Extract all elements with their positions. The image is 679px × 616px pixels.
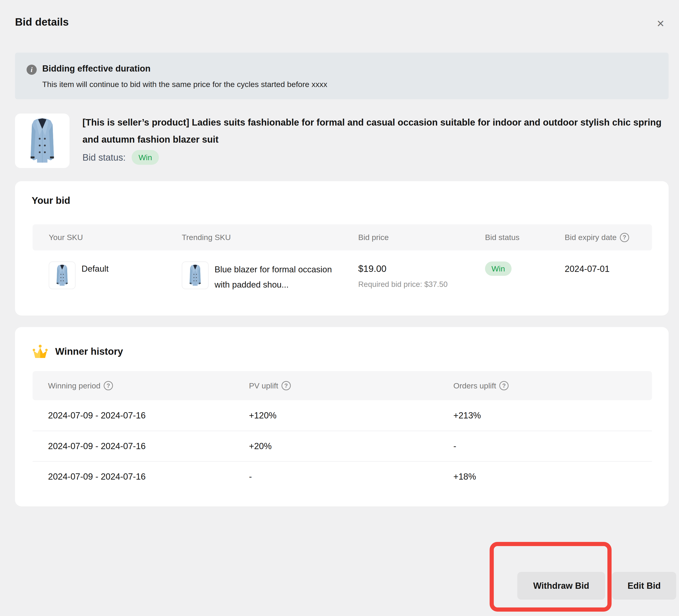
blazer-thumbnail-image	[53, 264, 71, 287]
banner-description: This item will continue to bid with the …	[42, 80, 327, 89]
your-bid-table-header: Your SKU Trending SKU Bid price Bid stat…	[33, 224, 652, 250]
winning-period-value: 2024-07-09 - 2024-07-16	[48, 472, 249, 482]
blazer-image	[23, 117, 62, 165]
crown-icon	[32, 344, 49, 359]
product-image	[15, 113, 69, 168]
blazer-thumbnail-image	[186, 264, 204, 287]
close-icon: ✕	[656, 18, 665, 29]
help-icon[interactable]: ?	[282, 381, 291, 390]
orders-uplift-value: +18%	[453, 472, 652, 482]
bid-status-badge: Win	[132, 150, 159, 165]
winning-period-value: 2024-07-09 - 2024-07-16	[48, 411, 249, 420]
bid-price-value: $19.00	[358, 262, 485, 276]
column-label: Trending SKU	[182, 233, 231, 242]
help-icon[interactable]: ?	[499, 381, 509, 390]
close-button[interactable]: ✕	[652, 15, 669, 32]
column-label: Bid price	[358, 233, 389, 242]
product-bid-status-row: Bid status: Win	[83, 149, 159, 166]
required-bid-price: Required bid price: $37.50	[358, 280, 485, 289]
winner-history-card: Winner history Winning period ? PV uplif…	[15, 327, 669, 506]
orders-uplift-value: -	[453, 441, 652, 451]
help-icon[interactable]: ?	[620, 233, 629, 242]
winner-history-heading-row: Winner history	[32, 344, 123, 359]
your-bid-card: Your bid Your SKU Trending SKU Bid price…	[15, 181, 669, 315]
column-label: PV uplift	[249, 381, 278, 390]
pv-uplift-value: -	[249, 472, 453, 482]
bid-status-label: Bid status:	[83, 152, 126, 163]
info-icon: i	[27, 65, 37, 75]
product-title: [This is seller’s product] Ladies suits …	[83, 114, 666, 148]
column-label: Bid status	[485, 233, 519, 242]
winning-period-value: 2024-07-09 - 2024-07-16	[48, 441, 249, 451]
column-pv-uplift: PV uplift ?	[249, 381, 453, 390]
column-label: Orders uplift	[453, 381, 496, 390]
winner-history-rows: 2024-07-09 - 2024-07-16 +120% +213% 2024…	[33, 400, 652, 491]
bid-status-cell: Win	[485, 262, 565, 276]
table-row: 2024-07-09 - 2024-07-16 - +18%	[33, 461, 652, 491]
trending-sku-cell: Blue blazer for formal occasion with pad…	[182, 262, 358, 293]
help-icon[interactable]: ?	[104, 381, 113, 390]
winner-history-heading: Winner history	[55, 346, 123, 357]
column-label: Winning period	[48, 381, 100, 390]
winner-history-table-header: Winning period ? PV uplift ? Orders upli…	[33, 371, 652, 400]
column-bid-price: Bid price	[358, 233, 485, 242]
column-bid-expiry-date: Bid expiry date ?	[565, 233, 652, 242]
table-row: 2024-07-09 - 2024-07-16 +120% +213%	[33, 400, 652, 431]
column-label: Your SKU	[49, 233, 83, 242]
your-sku-thumbnail	[49, 262, 75, 289]
pv-uplift-value: +120%	[249, 411, 453, 420]
banner-title: Bidding effective duration	[42, 64, 151, 74]
page-title: Bid details	[15, 16, 69, 28]
withdraw-bid-button[interactable]: Withdraw Bid	[517, 572, 605, 600]
column-bid-status: Bid status	[485, 233, 565, 242]
bid-expiry-date-cell: 2024-07-01	[565, 262, 652, 276]
column-label: Bid expiry date	[565, 233, 617, 242]
orders-uplift-value: +213%	[453, 411, 652, 420]
trending-sku-thumbnail	[182, 262, 208, 289]
trending-sku-name: Blue blazer for formal occasion with pad…	[215, 262, 341, 293]
your-sku-name: Default	[82, 262, 108, 276]
bid-status-badge: Win	[485, 262, 512, 276]
column-orders-uplift: Orders uplift ?	[453, 381, 652, 390]
info-banner: i Bidding effective duration This item w…	[15, 53, 669, 99]
column-trending-sku: Trending SKU	[182, 233, 358, 242]
bid-price-cell: $19.00 Required bid price: $37.50	[358, 262, 485, 289]
column-winning-period: Winning period ?	[48, 381, 249, 390]
table-row: 2024-07-09 - 2024-07-16 +20% -	[33, 431, 652, 461]
your-bid-table-row: Default Blue blazer for formal occasion …	[33, 262, 652, 293]
pv-uplift-value: +20%	[249, 441, 453, 451]
column-your-sku: Your SKU	[49, 233, 182, 242]
edit-bid-button[interactable]: Edit Bid	[612, 572, 676, 600]
your-sku-cell: Default	[49, 262, 182, 289]
your-bid-heading: Your bid	[32, 195, 70, 206]
